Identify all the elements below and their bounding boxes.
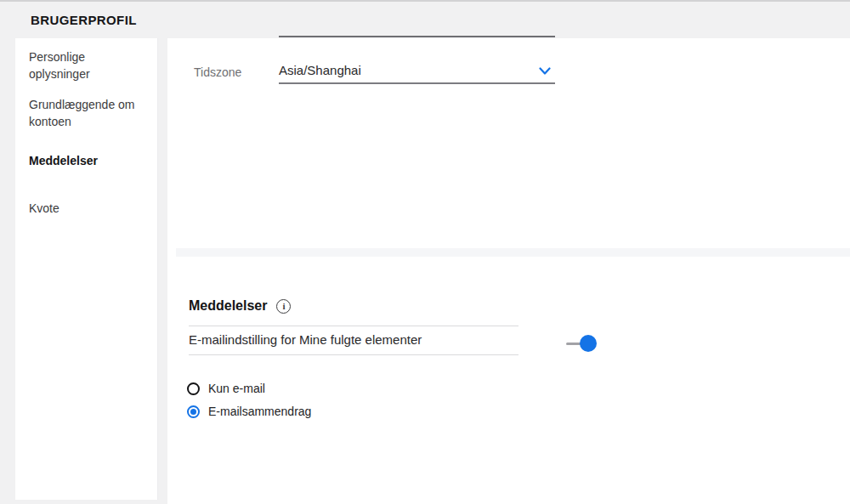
radio-label: E-mailsammendrag (208, 405, 311, 418)
toggle-knob[interactable] (580, 335, 597, 352)
sidebar-item-personal-info[interactable]: Personlige oplysninger (29, 48, 149, 82)
page-title: BRUGERPROFIL (31, 13, 137, 27)
sidebar-item-account-basics[interactable]: Grundlæggende om kontoen (29, 96, 149, 130)
main-content: Tidszone Asia/Shanghai Meddelelser i E-m… (167, 38, 850, 504)
chevron-down-icon[interactable] (539, 66, 551, 76)
radio-selected-icon[interactable] (187, 405, 200, 418)
page-header: BRUGERPROFIL (0, 2, 850, 38)
info-icon[interactable]: i (276, 299, 291, 314)
radio-option-email-digest[interactable]: E-mailsammendrag (187, 405, 311, 418)
scrolled-field-underline (279, 36, 555, 37)
sidebar-item-notifications[interactable]: Meddelelser (29, 152, 149, 169)
sidebar-item-quota[interactable]: Kvote (29, 200, 149, 217)
section-separator (176, 248, 850, 257)
email-setting-toggle[interactable] (566, 334, 597, 353)
user-profile-page: BRUGERPROFIL Personlige oplysninger Grun… (0, 0, 850, 504)
divider-line (189, 326, 518, 326)
notifications-heading: Meddelelser (189, 298, 267, 314)
notifications-heading-row: Meddelelser i (189, 298, 291, 314)
timezone-value: Asia/Shanghai (279, 63, 361, 77)
radio-dot (190, 409, 196, 415)
radio-option-email-only[interactable]: Kun e-mail (187, 382, 265, 395)
divider-line (189, 354, 518, 355)
radio-unselected-icon[interactable] (187, 382, 200, 395)
radio-label: Kun e-mail (208, 382, 265, 395)
email-setting-label: E-mailindstilling for Mine fulgte elemen… (189, 332, 422, 347)
timezone-label: Tidszone (194, 65, 241, 79)
profile-sidebar: Personlige oplysninger Grundlæggende om … (15, 38, 158, 500)
timezone-select[interactable]: Asia/Shanghai (279, 60, 555, 84)
